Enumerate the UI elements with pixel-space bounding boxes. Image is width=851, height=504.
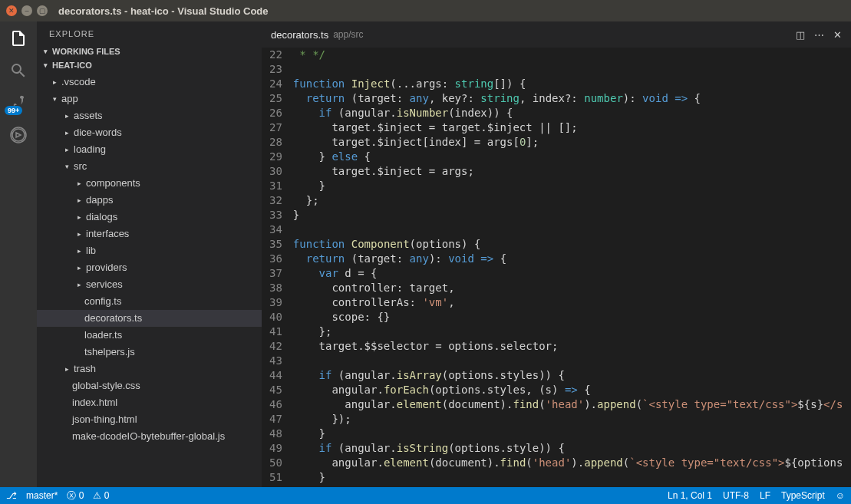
errors-indicator[interactable]: ⓧ 0: [67, 489, 84, 502]
feedback-icon[interactable]: ☺: [836, 490, 845, 501]
close-editor-icon[interactable]: ✕: [833, 29, 842, 41]
editor-tab-bar: decorators.ts app/src ◫ ⋯ ✕: [262, 21, 851, 48]
window-controls: ✕ – ▢: [6, 5, 48, 16]
tree-file[interactable]: global-style.css: [37, 377, 262, 394]
tree-file[interactable]: loader.ts: [37, 327, 262, 344]
git-branch-name[interactable]: master*: [26, 490, 58, 501]
editor-tab-name[interactable]: decorators.ts: [271, 29, 328, 41]
code-content[interactable]: * */ function Inject(...args: string[]) …: [293, 48, 851, 487]
cursor-position[interactable]: Ln 1, Col 1: [668, 490, 712, 501]
window-minimize-button[interactable]: –: [21, 5, 32, 16]
code-editor[interactable]: 2223242526272829303132333435363738394041…: [262, 48, 851, 487]
tree-folder[interactable]: ▸providers: [37, 259, 262, 276]
language-mode[interactable]: TypeScript: [781, 490, 825, 501]
line-number-gutter: 2223242526272829303132333435363738394041…: [262, 48, 293, 487]
tree-folder[interactable]: ▸loading: [37, 141, 262, 158]
window-maximize-button[interactable]: ▢: [37, 5, 48, 16]
tree-file[interactable]: index.html: [37, 394, 262, 411]
file-tree: ▸.vscode ▾app ▸assets ▸dice-words ▸loadi…: [37, 72, 262, 446]
tree-folder[interactable]: ▸dice-words: [37, 124, 262, 141]
tree-file[interactable]: tshelpers.js: [37, 344, 262, 361]
more-actions-icon[interactable]: ⋯: [814, 29, 824, 41]
tree-folder[interactable]: ▸assets: [37, 107, 262, 124]
eol-indicator[interactable]: LF: [760, 490, 770, 501]
tree-folder[interactable]: ▸trash: [37, 361, 262, 377]
editor-tab-path: app/src: [333, 29, 363, 40]
tree-folder[interactable]: ▸interfaces: [37, 226, 262, 242]
sidebar-title: EXPLORE: [37, 21, 262, 44]
tree-folder[interactable]: ▸services: [37, 276, 262, 293]
tree-file-selected[interactable]: decorators.ts: [37, 310, 262, 327]
working-files-section[interactable]: ▾WORKING FILES: [37, 44, 262, 58]
tree-file[interactable]: config.ts: [37, 293, 262, 310]
warnings-indicator[interactable]: ⚠ 0: [93, 490, 109, 501]
search-icon[interactable]: [8, 60, 29, 81]
tree-folder[interactable]: ▾app: [37, 91, 262, 107]
window-close-button[interactable]: ✕: [6, 5, 17, 16]
scm-badge: 99+: [5, 106, 22, 115]
tree-folder[interactable]: ▾src: [37, 158, 262, 175]
tree-file[interactable]: json-thing.html: [37, 411, 262, 428]
sidebar: EXPLORE ▾WORKING FILES ▾HEAT-ICO ▸.vscod…: [37, 21, 262, 487]
git-branch-icon[interactable]: ⎇: [6, 490, 17, 501]
explorer-icon[interactable]: [8, 28, 29, 49]
editor-tab-actions: ◫ ⋯ ✕: [796, 29, 842, 41]
tree-folder[interactable]: ▸.vscode: [37, 74, 262, 91]
tree-file[interactable]: make-dcodeIO-bytebuffer-global.js: [37, 428, 262, 445]
window-titlebar: ✕ – ▢ decorators.ts - heat-ico - Visual …: [0, 0, 851, 21]
tree-folder[interactable]: ▸components: [37, 175, 262, 192]
tree-folder[interactable]: ▸dialogs: [37, 209, 262, 226]
tree-folder[interactable]: ▸lib: [37, 242, 262, 259]
encoding-indicator[interactable]: UTF-8: [723, 490, 749, 501]
status-bar: ⎇ master* ⓧ 0 ⚠ 0 Ln 1, Col 1 UTF-8 LF T…: [0, 487, 851, 504]
debug-icon[interactable]: [8, 124, 29, 146]
tree-folder[interactable]: ▸dapps: [37, 192, 262, 209]
window-title: decorators.ts - heat-ico - Visual Studio…: [58, 5, 269, 17]
activity-bar: 99+: [0, 21, 37, 487]
split-editor-icon[interactable]: ◫: [796, 29, 805, 41]
source-control-icon[interactable]: 99+: [8, 92, 29, 114]
project-section[interactable]: ▾HEAT-ICO: [37, 58, 262, 72]
editor-area: decorators.ts app/src ◫ ⋯ ✕ 222324252627…: [262, 21, 851, 487]
